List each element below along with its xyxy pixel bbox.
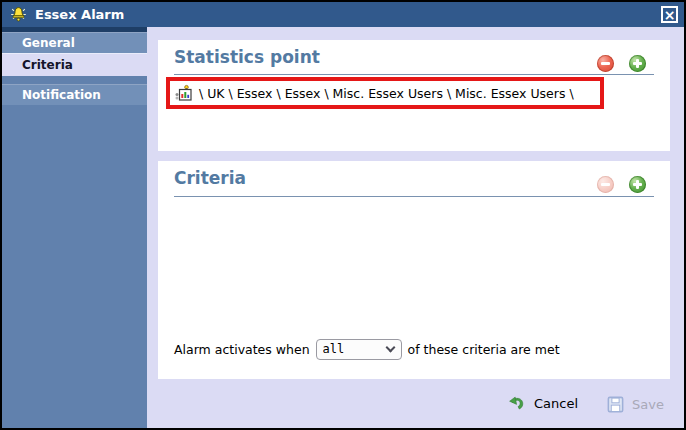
sidebar-item-criteria[interactable]: Criteria xyxy=(2,53,147,76)
add-statistics-point-button[interactable] xyxy=(629,55,646,72)
cancel-button[interactable]: Cancel xyxy=(509,396,578,411)
titlebar: Essex Alarm × xyxy=(2,2,684,27)
add-criterion-button[interactable] xyxy=(629,176,646,193)
activation-text-before: Alarm activates when xyxy=(174,342,310,357)
save-disk-icon xyxy=(607,396,624,413)
criteria-logic-select[interactable]: all xyxy=(316,339,402,360)
save-button[interactable]: Save xyxy=(607,396,664,413)
section-divider xyxy=(174,196,654,197)
criteria-section: Criteria Alarm activates when all of the… xyxy=(158,161,670,379)
remove-statistics-point-button[interactable] xyxy=(597,55,614,72)
remove-criterion-button[interactable] xyxy=(597,176,614,193)
statistics-point-section: Statistics point \ UK \ Es xyxy=(158,40,670,151)
statistics-point-title: Statistics point xyxy=(174,47,320,67)
annotation-highlight: \ UK \ Essex \ Essex \ Misc. Essex Users… xyxy=(166,77,604,109)
essex-alarm-dialog: Essex Alarm × General Criteria Notificat… xyxy=(0,0,686,430)
section-divider xyxy=(174,74,654,75)
content-area: Statistics point \ UK \ Es xyxy=(147,27,684,428)
window-title: Essex Alarm xyxy=(35,7,124,22)
criteria-title: Criteria xyxy=(174,168,246,188)
criteria-logic-select-wrap: all xyxy=(316,339,402,360)
undo-icon xyxy=(509,396,526,411)
statistics-point-icon xyxy=(174,84,192,102)
close-button[interactable]: × xyxy=(661,6,678,23)
sidebar-item-general[interactable]: General xyxy=(2,32,147,53)
activation-text-after: of these criteria are met xyxy=(408,342,560,357)
sidebar: General Criteria Notification xyxy=(2,27,147,428)
close-icon: × xyxy=(664,8,676,22)
cancel-label: Cancel xyxy=(534,396,578,411)
alarm-bell-icon xyxy=(10,6,27,23)
statistics-point-row[interactable]: \ UK \ Essex \ Essex \ Misc. Essex Users… xyxy=(170,81,600,105)
statistics-point-path: \ UK \ Essex \ Essex \ Misc. Essex Users… xyxy=(199,86,574,101)
sidebar-item-notification[interactable]: Notification xyxy=(2,84,147,105)
save-label: Save xyxy=(632,397,664,412)
activation-rule-row: Alarm activates when all of these criter… xyxy=(174,337,560,361)
